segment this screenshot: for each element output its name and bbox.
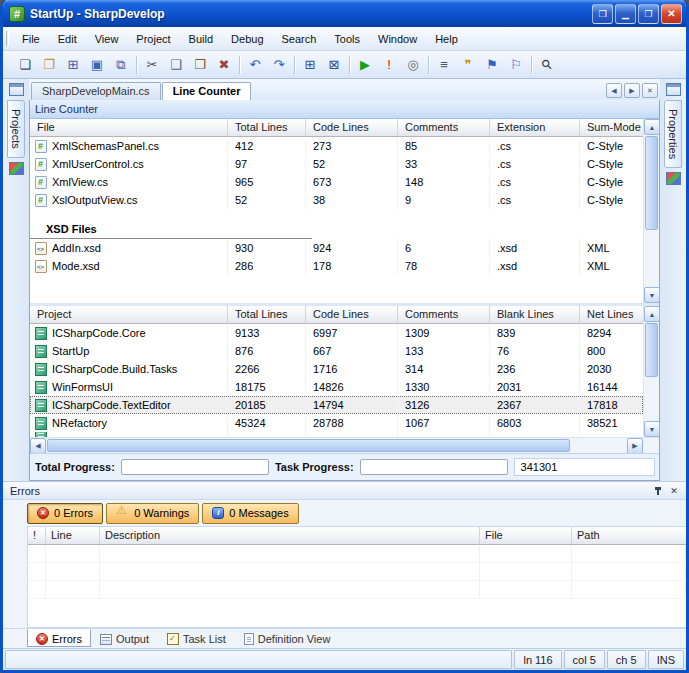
scrollbar-track[interactable]: [644, 135, 659, 287]
scrollbar-track[interactable]: [46, 438, 627, 453]
project-row[interactable]: ICSharpCode.Core9133699713098398294: [30, 324, 643, 342]
menu-item-project[interactable]: Project: [127, 27, 179, 50]
sidebar-tab-projects[interactable]: Projects: [7, 100, 25, 158]
scrollbar-thumb[interactable]: [645, 323, 658, 377]
xsd-file-row[interactable]: Mode.xsd28617878.xsdXML: [30, 257, 643, 275]
menu-item-file[interactable]: File: [13, 27, 49, 50]
comment-button[interactable]: ❞: [456, 54, 480, 76]
title-bar[interactable]: # StartUp - SharpDevelop ❒▁❐✕: [3, 0, 686, 27]
project-row[interactable]: NRefactory45324287881067680338521: [30, 414, 643, 432]
column-header-comments[interactable]: Comments: [398, 119, 490, 137]
project-row[interactable]: WinFormsUI18175148261330203116144: [30, 378, 643, 396]
menu-item-debug[interactable]: Debug: [222, 27, 272, 50]
column-header-total-lines[interactable]: Total Lines: [228, 306, 306, 324]
save-file-button[interactable]: ▣: [85, 54, 109, 76]
project-row[interactable]: ICSharpCode.Build.Tasks22661716314236203…: [30, 360, 643, 378]
column-header-code-lines[interactable]: Code Lines: [306, 306, 398, 324]
projects-pad-icon[interactable]: [9, 83, 24, 96]
scroll-up-icon[interactable]: ▲: [644, 119, 660, 135]
column-header-extension[interactable]: Extension: [490, 119, 580, 137]
project-row[interactable]: StartUp87666713376800: [30, 342, 643, 360]
toggle-bookmark-button[interactable]: ⚑: [480, 54, 504, 76]
list-button[interactable]: ≡: [432, 54, 456, 76]
scroll-right-icon[interactable]: ▶: [627, 438, 643, 454]
save-all-button[interactable]: ⧉: [109, 54, 133, 76]
warnings-filter-button[interactable]: 0 Warnings: [106, 503, 199, 524]
build-button[interactable]: ⊞: [298, 54, 322, 76]
tab-forward-icon[interactable]: ▶: [624, 83, 640, 98]
menu-item-search[interactable]: Search: [273, 27, 326, 50]
project-table-scrollbar[interactable]: ▲ ▼: [643, 306, 659, 437]
classes-pad-icon[interactable]: [9, 162, 24, 175]
column-header-total-lines[interactable]: Total Lines: [228, 119, 306, 137]
errors-panel-close-button[interactable]: ✕: [666, 484, 682, 498]
project-row[interactable]: ICSharpCode.TextEditor201851479431262367…: [30, 396, 643, 414]
window-menu-button[interactable]: ❒: [592, 4, 613, 24]
run-button[interactable]: ▶: [353, 54, 377, 76]
scrollbar-thumb[interactable]: [645, 136, 658, 230]
xsd-file-row[interactable]: AddIn.xsd9309246.xsdXML: [30, 239, 643, 257]
scroll-left-icon[interactable]: ◀: [30, 438, 46, 454]
menu-item-tools[interactable]: Tools: [325, 27, 369, 50]
delete-button[interactable]: ✖: [212, 54, 236, 76]
menubar-grip[interactable]: [6, 31, 9, 46]
column-header-description[interactable]: Description: [100, 527, 480, 545]
open-file-button[interactable]: ❐: [37, 54, 61, 76]
column-header-comments[interactable]: Comments: [398, 306, 490, 324]
scroll-down-icon[interactable]: ▼: [644, 287, 660, 303]
column-header-line[interactable]: Line: [46, 527, 100, 545]
tab-sharpdevelopmain-cs[interactable]: SharpDevelopMain.cs: [31, 82, 161, 100]
scrollbar-track[interactable]: [644, 322, 659, 421]
menu-item-view[interactable]: View: [86, 27, 128, 50]
column-header-blank-lines[interactable]: Blank Lines: [490, 306, 580, 324]
new-window-button[interactable]: ⊞: [61, 54, 85, 76]
file-row[interactable]: XmlSchemasPanel.cs41227385.csC-Style: [30, 137, 643, 155]
column-header-project[interactable]: Project: [30, 306, 228, 324]
menu-item-window[interactable]: Window: [369, 27, 426, 50]
autohide-pin-button[interactable]: [650, 484, 666, 498]
next-bookmark-button[interactable]: ⚐: [504, 54, 528, 76]
column-header-path[interactable]: Path: [572, 527, 686, 545]
copy-button[interactable]: ❑: [164, 54, 188, 76]
file-row[interactable]: XmlUserControl.cs975233.csC-Style: [30, 155, 643, 173]
tab-errors[interactable]: Errors: [27, 629, 91, 647]
menu-item-help[interactable]: Help: [426, 27, 467, 50]
column-header-[interactable]: !: [28, 527, 46, 545]
redo-button[interactable]: ↷: [267, 54, 291, 76]
properties-pad-icon[interactable]: [666, 83, 681, 96]
tab-back-icon[interactable]: ◀: [606, 83, 622, 98]
close-button[interactable]: ✕: [661, 4, 682, 24]
column-header-net-lines[interactable]: Net Lines: [580, 306, 643, 324]
column-header-file[interactable]: File: [30, 119, 228, 137]
exclamation-button[interactable]: !: [377, 54, 401, 76]
tab-close-icon[interactable]: ✕: [642, 83, 658, 98]
file-row[interactable]: XslOutputView.cs52389.csC-Style: [30, 191, 643, 209]
undo-button[interactable]: ↶: [243, 54, 267, 76]
scroll-down-icon[interactable]: ▼: [644, 421, 660, 437]
tab-line-counter[interactable]: Line Counter: [162, 82, 252, 100]
minimize-button[interactable]: ▁: [615, 4, 636, 24]
column-header-code-lines[interactable]: Code Lines: [306, 119, 398, 137]
cut-button[interactable]: ✂: [140, 54, 164, 76]
file-row[interactable]: XmlView.cs965673148.csC-Style: [30, 173, 643, 191]
menu-item-build[interactable]: Build: [180, 27, 222, 50]
column-header-sum-mode[interactable]: Sum-Mode: [580, 119, 643, 137]
scrollbar-thumb[interactable]: [47, 439, 570, 452]
new-file-button[interactable]: ❏: [13, 54, 37, 76]
breakpoint-button[interactable]: ◎: [401, 54, 425, 76]
scroll-up-icon[interactable]: ▲: [644, 306, 660, 322]
tab-task-list[interactable]: Task List: [158, 629, 235, 647]
column-header-file[interactable]: File: [480, 527, 572, 545]
tab-definition-view[interactable]: Definition View: [235, 629, 340, 647]
menu-item-edit[interactable]: Edit: [49, 27, 86, 50]
help-pad-icon[interactable]: [666, 172, 681, 185]
maximize-button[interactable]: ❐: [638, 4, 659, 24]
file-table-scrollbar[interactable]: ▲ ▼: [643, 119, 659, 303]
horizontal-scrollbar[interactable]: ◀ ▶: [30, 437, 659, 453]
messages-filter-button[interactable]: 0 Messages: [202, 503, 298, 524]
errors-filter-button[interactable]: 0 Errors: [27, 503, 103, 524]
search-button[interactable]: ⚲: [535, 54, 559, 76]
tab-output[interactable]: Output: [91, 629, 158, 647]
paste-button[interactable]: ❒: [188, 54, 212, 76]
sidebar-tab-properties[interactable]: Properties: [664, 100, 682, 168]
